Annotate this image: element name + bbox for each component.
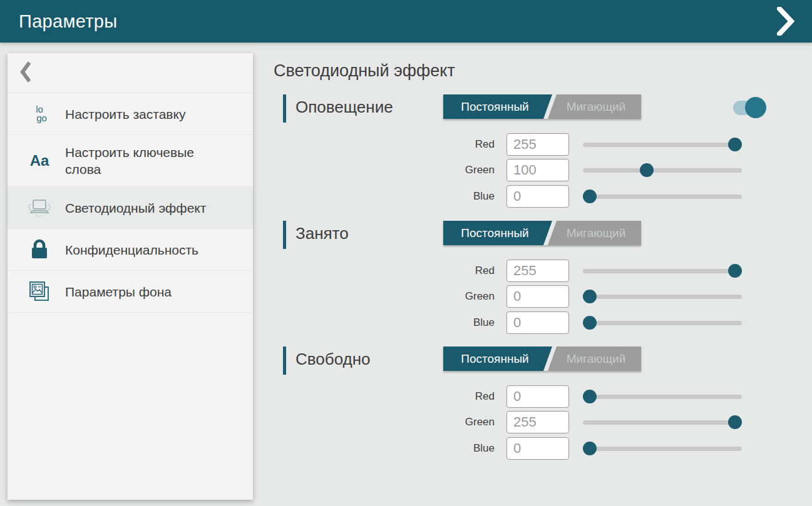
mode-option-blinking[interactable]: Мигающий — [551, 347, 641, 371]
slider-thumb[interactable] — [583, 316, 597, 330]
section-accent-bar — [283, 221, 286, 249]
green-label: Green — [438, 290, 495, 303]
slider-thumb[interactable] — [640, 163, 654, 177]
slider-thumb[interactable] — [583, 390, 597, 403]
sidebar-back-button[interactable] — [8, 53, 253, 93]
sidebar-item-keywords[interactable]: Aa Настроить ключевые слова — [8, 135, 253, 187]
red-label: Red — [438, 265, 495, 277]
mode-option-constant[interactable]: Постоянный — [443, 347, 547, 371]
logo-icon: logo — [28, 102, 51, 126]
sidebar-item-privacy[interactable]: Конфиденциальность — [8, 229, 253, 271]
main-title: Светодиодный эффект — [274, 61, 455, 81]
slider-track — [583, 143, 742, 147]
mode-segmented-control: Постоянный Мигающий — [443, 347, 641, 371]
blue-label: Blue — [438, 442, 495, 455]
red-slider[interactable] — [583, 389, 742, 404]
slider-track — [583, 295, 742, 299]
slider-thumb[interactable] — [583, 290, 597, 303]
sidebar-item-label: Светодиодный эффект — [65, 200, 206, 216]
section-accent-bar — [283, 347, 286, 375]
sidebar-item-label: Настроить ключевые слова — [65, 144, 223, 178]
section-title: Свободно — [296, 350, 371, 369]
red-label: Red — [438, 390, 495, 403]
sidebar-item-background[interactable]: Параметры фона — [8, 271, 253, 313]
sidebar-item-label: Настроить заставку — [65, 106, 185, 123]
mode-segmented-control: Постоянный Мигающий — [443, 94, 641, 119]
slider-thumb[interactable] — [728, 264, 742, 278]
sidebar-item-label: Параметры фона — [65, 283, 172, 300]
slider-thumb[interactable] — [583, 442, 597, 455]
section-title: Оповещение — [296, 98, 393, 117]
mode-segmented-control: Постоянный Мигающий — [443, 221, 641, 245]
green-label: Green — [438, 416, 495, 428]
sidebar: logo Настроить заставку Aa Настроить клю… — [8, 53, 253, 500]
slider-track — [583, 168, 742, 173]
slider-thumb[interactable] — [728, 138, 742, 151]
slider-track — [583, 195, 742, 199]
chevron-right-icon[interactable] — [773, 5, 798, 38]
slider-thumb[interactable] — [728, 415, 742, 429]
green-value-input[interactable] — [506, 411, 569, 433]
green-slider[interactable] — [583, 415, 742, 430]
mode-option-constant[interactable]: Постоянный — [443, 94, 547, 119]
blue-value-input[interactable] — [506, 437, 569, 460]
slider-track — [583, 321, 742, 325]
slider-track — [583, 447, 742, 451]
led-screen-icon — [28, 196, 51, 220]
app-header: Параметры — [0, 0, 812, 43]
keywords-aa-icon: Aa — [28, 149, 51, 173]
red-label: Red — [438, 138, 495, 151]
chevron-left-icon — [20, 61, 31, 86]
notification-enable-toggle[interactable] — [730, 96, 768, 119]
red-value-input[interactable] — [506, 260, 569, 282]
blue-slider[interactable] — [583, 441, 742, 456]
slider-track — [583, 395, 742, 399]
red-slider[interactable] — [583, 263, 742, 278]
page-title: Параметры — [19, 11, 117, 32]
red-slider[interactable] — [583, 137, 742, 152]
toggle-knob — [745, 97, 766, 118]
mode-option-blinking[interactable]: Мигающий — [551, 221, 641, 245]
green-slider[interactable] — [583, 163, 742, 178]
section-title: Занято — [296, 224, 349, 243]
green-slider[interactable] — [583, 289, 742, 304]
blue-value-input[interactable] — [506, 311, 569, 334]
blue-slider[interactable] — [583, 315, 742, 330]
red-value-input[interactable] — [506, 133, 569, 156]
green-value-input[interactable] — [506, 159, 569, 181]
lock-icon — [28, 238, 51, 261]
section-accent-bar — [283, 94, 286, 123]
green-value-input[interactable] — [506, 285, 569, 308]
sidebar-item-label: Конфиденциальность — [65, 241, 198, 258]
slider-track — [583, 269, 742, 273]
mode-option-blinking[interactable]: Мигающий — [551, 94, 641, 119]
blue-value-input[interactable] — [506, 185, 569, 208]
blue-slider[interactable] — [583, 189, 742, 204]
red-value-input[interactable] — [506, 385, 569, 408]
mode-option-constant[interactable]: Постоянный — [443, 221, 547, 245]
blue-label: Blue — [438, 316, 495, 329]
green-label: Green — [438, 164, 495, 176]
blue-label: Blue — [438, 190, 495, 203]
sidebar-item-led-effect[interactable]: Светодиодный эффект — [8, 187, 253, 229]
background-images-icon — [28, 280, 51, 303]
slider-track — [583, 420, 742, 425]
slider-thumb[interactable] — [583, 190, 597, 203]
sidebar-item-screensaver[interactable]: logo Настроить заставку — [8, 93, 253, 135]
